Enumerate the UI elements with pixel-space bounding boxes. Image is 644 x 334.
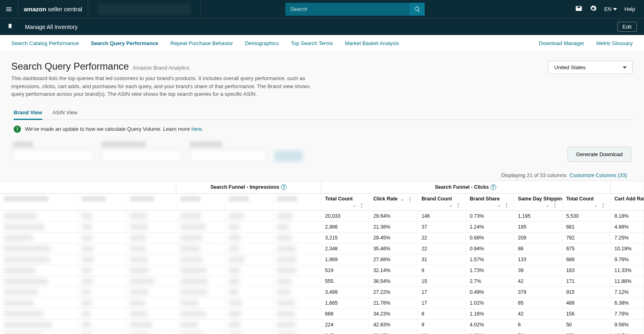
header-redacted	[78, 194, 126, 211]
cell: 20,033	[321, 211, 369, 222]
table-row[interactable]: 68834.23%81.16%421567.76%	[0, 309, 644, 320]
cell: 133	[514, 254, 562, 265]
cell: 11.88%	[610, 276, 644, 287]
gear-icon[interactable]	[590, 5, 597, 13]
account-selector-redacted	[88, 0, 201, 18]
cell: 1.02%	[466, 298, 514, 309]
bookmark-icon[interactable]	[7, 23, 13, 30]
nav-top-search-terms[interactable]: Top Search Terms	[291, 40, 333, 46]
table-row[interactable]: 51932.14%91.73%3918311.33%	[0, 265, 644, 276]
help-icon[interactable]: ?	[491, 184, 496, 190]
cell: 17	[417, 298, 466, 309]
header-total-count-2[interactable]: Total Count⋮	[562, 194, 610, 211]
edit-button[interactable]: Edit	[617, 22, 637, 32]
nav-repeat-purchase[interactable]: Repeat Purchase Behavior	[170, 40, 233, 46]
cell: 39	[514, 265, 562, 276]
table-row[interactable]: 2,34835.46%220.94%8667510.19%	[0, 243, 644, 254]
customize-columns-link[interactable]: Customize Columns (33)	[570, 172, 627, 178]
nav-metric-glossary[interactable]: Metric Glossary	[597, 40, 633, 46]
table-row[interactable]: 1,96927.88%311.57%1336899.76%	[0, 254, 644, 265]
mail-icon[interactable]	[575, 5, 582, 13]
cell: 37	[417, 222, 466, 233]
tab-brand-view[interactable]: Brand View	[14, 109, 42, 120]
cell: 519	[321, 265, 369, 276]
cell: 17	[417, 287, 466, 298]
header-brand-count[interactable]: Brand Count⋮	[417, 194, 466, 211]
table-row[interactable]: 55538.54%152.7%4217111.88%	[0, 276, 644, 287]
cell: 6.38%	[610, 298, 644, 309]
table-row[interactable]: 20,03329.64%1460.73%1,1955,5308.18%	[0, 211, 644, 222]
filter-range-redacted	[101, 142, 182, 162]
cell: 2,986	[321, 222, 369, 233]
cell: 185	[514, 222, 562, 233]
header-redacted	[176, 194, 225, 211]
page-subtitle: Amazon Brand Analytics	[133, 65, 190, 71]
cell: 8	[417, 309, 466, 320]
header-click-rate[interactable]: Click Rate⋮	[369, 194, 417, 211]
header-redacted	[126, 194, 176, 211]
cell: 209	[514, 233, 562, 243]
cell: 42	[514, 309, 562, 320]
cell: 675	[562, 243, 610, 254]
nav-download-manager[interactable]: Download Manager	[539, 40, 584, 46]
analytics-nav: Search Catalog Performance Search Query …	[0, 35, 644, 52]
header-search-query-redacted	[0, 194, 78, 211]
table-row[interactable]: 2,98621.38%371.24%1856814.88%	[0, 222, 644, 233]
header-cart-add-rate[interactable]: Cart Add Rate	[610, 194, 644, 211]
cell: 1.73%	[466, 265, 514, 276]
group-clicks: Search Funnel - Clicks?	[321, 181, 610, 194]
cell: 3,499	[321, 287, 369, 298]
header-brand-share[interactable]: Brand Share⋮	[466, 194, 514, 211]
secondary-bar: Manage All Inventory Edit	[0, 18, 644, 35]
search-input[interactable]	[285, 3, 410, 16]
cell: 0.73%	[466, 211, 514, 222]
table-row[interactable]: 3,21529.45%220.68%2097927.25%	[0, 233, 644, 243]
info-icon: !	[14, 126, 21, 133]
cell: 34.23%	[369, 309, 417, 320]
data-table: Search Funnel - Impressions? Search Funn…	[0, 181, 644, 334]
logo[interactable]: amazon seller central	[18, 0, 88, 18]
nav-search-query[interactable]: Search Query Performance	[91, 40, 159, 46]
filter-brand-redacted	[13, 142, 93, 162]
help-icon[interactable]: ?	[281, 184, 287, 190]
info-banner: ! We've made an update to how we calcula…	[11, 120, 633, 138]
cell: 42.83%	[369, 320, 417, 330]
global-search	[285, 3, 425, 16]
cell: 35.46%	[369, 243, 417, 254]
cell: 224	[321, 320, 369, 330]
nav-market-basket[interactable]: Market Basket Analysis	[345, 40, 399, 46]
header-total-count[interactable]: Total Count⋮	[321, 194, 369, 211]
help-link[interactable]: Help	[624, 6, 635, 12]
menu-icon[interactable]	[0, 0, 18, 18]
cell: 8.18%	[610, 211, 644, 222]
cell: 10.19%	[610, 243, 644, 254]
cell: 9.76%	[610, 254, 644, 265]
cell: 33.05%	[369, 330, 417, 334]
nav-search-catalog[interactable]: Search Catalog Performance	[11, 40, 79, 46]
table-row[interactable]: 22442.83%94.02%6509.56%	[0, 320, 644, 330]
cell: 16	[417, 330, 466, 334]
cell: 2,348	[321, 243, 369, 254]
table-row[interactable]: 1,66521.78%171.02%854886.38%	[0, 298, 644, 309]
table-row[interactable]: 3,49927.22%170.49%3799157.12%	[0, 287, 644, 298]
banner-link[interactable]: here	[191, 126, 202, 132]
marketplace-select[interactable]: United States	[548, 61, 633, 74]
generate-download-button[interactable]: Generate Download	[568, 147, 631, 162]
nav-demographics[interactable]: Demographics	[245, 40, 279, 46]
cell: 21.78%	[369, 298, 417, 309]
language-selector[interactable]: EN	[604, 6, 617, 12]
cell: 42	[514, 276, 562, 287]
cell: 9	[417, 265, 466, 276]
tab-asin-view[interactable]: ASIN View	[53, 109, 78, 120]
cell: 6	[514, 320, 562, 330]
cell: 156	[562, 309, 610, 320]
header-same-day-speed[interactable]: Same Day Shipping Speed⋮	[514, 194, 562, 211]
search-button[interactable]	[410, 3, 425, 16]
cell: 183	[562, 265, 610, 276]
cell: 792	[562, 233, 610, 243]
cell: 1,665	[321, 298, 369, 309]
cell: 1,969	[321, 254, 369, 265]
table-row[interactable]: 94733.05%161.69%5035812.5%	[0, 330, 644, 334]
breadcrumb-title[interactable]: Manage All Inventory	[25, 24, 78, 30]
cell: 171	[562, 276, 610, 287]
